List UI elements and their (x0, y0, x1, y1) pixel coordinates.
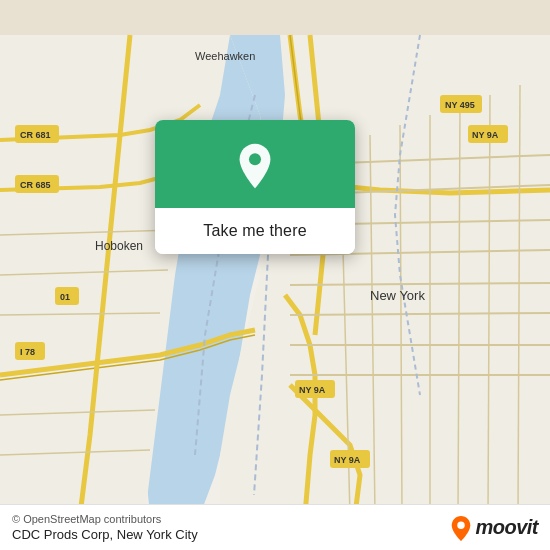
svg-text:01: 01 (60, 292, 70, 302)
svg-text:NY 9A: NY 9A (472, 130, 499, 140)
moovit-pin-icon (450, 515, 472, 541)
map-background: Weehawken Hoboken New York CR 681 CR 685… (0, 0, 550, 550)
svg-text:CR 681: CR 681 (20, 130, 51, 140)
weehawken-label: Weehawken (195, 50, 255, 62)
svg-point-44 (458, 521, 465, 528)
bottom-bar: © OpenStreetMap contributors CDC Prods C… (0, 504, 550, 550)
map-attribution: © OpenStreetMap contributors (12, 513, 198, 525)
svg-text:NY 9A: NY 9A (299, 385, 326, 395)
svg-text:CR 685: CR 685 (20, 180, 51, 190)
svg-text:I 78: I 78 (20, 347, 35, 357)
map-container: Weehawken Hoboken New York CR 681 CR 685… (0, 0, 550, 550)
location-label: CDC Prods Corp, New York City (12, 527, 198, 542)
moovit-brand-text: moovit (475, 516, 538, 539)
moovit-logo: moovit (450, 515, 538, 541)
svg-text:Hoboken: Hoboken (95, 239, 143, 253)
svg-text:NY 495: NY 495 (445, 100, 475, 110)
take-me-there-button[interactable]: Take me there (155, 208, 355, 254)
svg-text:NY 9A: NY 9A (334, 455, 361, 465)
popup-header (155, 120, 355, 208)
svg-text:New York: New York (370, 288, 425, 303)
location-popup: Take me there (155, 120, 355, 254)
location-pin-icon (231, 142, 279, 190)
svg-point-43 (249, 153, 261, 165)
